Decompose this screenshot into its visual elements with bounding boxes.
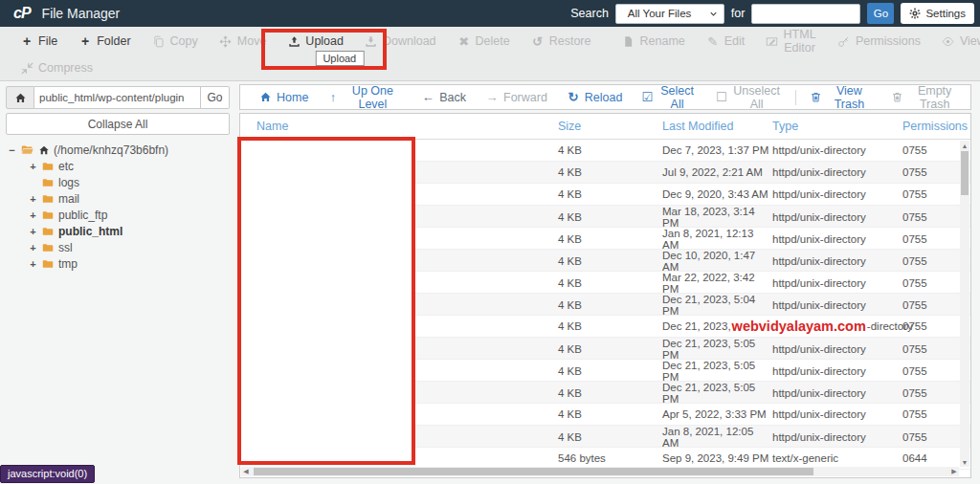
nav-item-label: Back (439, 91, 466, 104)
nav-item-back[interactable]: ←Back (412, 91, 476, 104)
tree-item-public_html[interactable]: +public_html (8, 223, 168, 239)
toolbar-item-download: Download (354, 34, 447, 48)
search-go-button[interactable]: Go (867, 3, 894, 24)
permissions-cell: 0755 (902, 365, 959, 377)
permissions-cell: 0644 (902, 452, 959, 464)
nav-item-home[interactable]: Home (249, 91, 318, 104)
size-cell: 4 KB (558, 166, 662, 178)
permissions-cell: 0755 (902, 299, 959, 311)
tree-item-etc[interactable]: +etc (8, 158, 168, 174)
scroll-up-icon[interactable]: ▲ (960, 141, 969, 150)
trash-icon (891, 91, 903, 103)
size-cell: 4 KB (558, 188, 662, 200)
tree-collapse-toggle[interactable]: − (8, 144, 16, 156)
type-cell: httpd/unix-directory (772, 211, 902, 223)
tree-root[interactable]: − (/home/knhzq73b6bfn) (8, 142, 168, 158)
size-cell: 4 KB (558, 277, 662, 289)
size-cell: 4 KB (558, 211, 662, 223)
tree-item-mail[interactable]: +mail (8, 190, 168, 207)
nav-item-forward: →Forward (476, 91, 557, 104)
permissions-cell: 0755 (902, 255, 959, 267)
tree-root-label: (/home/knhzq73b6bfn) (54, 143, 168, 157)
type-cell: httpd/unix-directory (772, 233, 902, 245)
scroll-left-icon[interactable]: ◀ (241, 467, 251, 476)
nav-item-label: Empty Trash (908, 84, 961, 111)
vertical-scroll-thumb[interactable] (961, 151, 969, 195)
last-modified-cell: Dec 10, 2020, 1:47 AM (662, 250, 772, 273)
nav-item-select-all[interactable]: ☑Select All (632, 84, 705, 111)
size-cell: 4 KB (558, 365, 662, 377)
toolbar-item-label: Folder (97, 34, 130, 48)
path-go-button[interactable]: Go (201, 86, 230, 109)
size-cell: 4 KB (558, 255, 662, 267)
settings-button[interactable]: Settings (901, 3, 974, 24)
tree-item-public_ftp[interactable]: +public_ftp (8, 207, 168, 223)
toolbar-item-label: Edit (724, 34, 746, 48)
tree-expand-toggle[interactable]: + (29, 209, 37, 221)
tree-expand-toggle[interactable]: + (29, 226, 37, 237)
type-cell: httpd/unix-directory (772, 431, 902, 443)
tree-expand-toggle[interactable]: + (29, 193, 37, 205)
toolbar-item-folder[interactable]: +Folder (68, 34, 141, 48)
last-modified-cell: Dec 21, 2023, 5:04 PM (662, 294, 772, 317)
path-home-button[interactable] (6, 86, 34, 109)
horizontal-scroll-thumb[interactable] (254, 468, 813, 475)
toolbar-item-label: Delete (476, 34, 510, 48)
toolbar-item-label: Compress (38, 61, 93, 75)
type-cell: httpd/unix-directory (772, 166, 902, 178)
tree-expand-toggle[interactable]: + (29, 242, 37, 253)
tree-expand-toggle[interactable]: + (29, 161, 37, 172)
nav-item-reload[interactable]: ↻Reload (557, 91, 633, 104)
left-arrow-icon: ← (421, 91, 434, 103)
path-input[interactable] (34, 86, 201, 109)
size-cell: 546 bytes (558, 452, 662, 464)
search-input[interactable] (751, 4, 860, 24)
tree-item-logs[interactable]: logs (8, 174, 168, 190)
directory-tree: − (/home/knhzq73b6bfn) +etclogs+mail+pub… (8, 142, 168, 272)
toolbar-item-html-editor: HTML Editor (755, 28, 827, 55)
permissions-cell: 0755 (902, 211, 959, 223)
nav-item-label: View Trash (827, 84, 873, 111)
nav-item-empty-trash: Empty Trash (881, 84, 970, 111)
column-header-permissions[interactable]: Permissions (902, 120, 968, 133)
type-cell: httpd/unix-directory (772, 277, 902, 289)
toolbar-row-1: +File+FolderCopyMoveUploadDownload✖Delet… (0, 27, 980, 55)
toolbar-item-file[interactable]: +File (10, 34, 68, 48)
permissions-cell: 0755 (902, 144, 959, 156)
toolbar-item-rename: Rename (612, 34, 696, 48)
column-header-name[interactable]: Name (256, 120, 558, 133)
scroll-right-icon[interactable]: ▶ (949, 467, 959, 476)
toolbar-item-label: HTML Editor (783, 28, 816, 55)
home-icon (38, 144, 50, 156)
nav-item-up-one-level[interactable]: ↑Up One Level (318, 84, 412, 111)
toolbar-item-label: View (960, 34, 980, 48)
folder-icon (41, 258, 55, 270)
nav-item-view-trash[interactable]: View Trash (800, 84, 882, 111)
toolbar-item-label: Move (237, 34, 267, 48)
scroll-down-icon[interactable]: ▼ (960, 457, 969, 467)
size-cell: 4 KB (558, 343, 662, 355)
vertical-scrollbar[interactable]: ▲ ▼ (960, 141, 969, 467)
toolbar-item-upload[interactable]: Upload (277, 34, 354, 48)
app-header: cP File Manager Search All Your Files fo… (0, 0, 980, 27)
size-cell: 4 KB (558, 233, 662, 245)
search-scope-select[interactable]: All Your Files (615, 4, 724, 24)
permissions-cell: 0755 (902, 277, 959, 289)
tree-item-tmp[interactable]: +tmp (8, 255, 168, 272)
tree-item-ssl[interactable]: +ssl (8, 239, 168, 255)
cpanel-logo: cP (13, 5, 31, 22)
type-cell: httpd/unix-directory (772, 255, 902, 267)
search-scope-value: All Your Files (628, 8, 691, 19)
column-header-type[interactable]: Type (772, 120, 902, 133)
collapse-all-button[interactable]: Collapse All (6, 113, 230, 135)
horizontal-scrollbar[interactable]: ◀ ▶ (241, 467, 959, 476)
last-modified-cell: Dec 21, 2023, 5:05 PM (662, 360, 772, 383)
toolbar-item-view: View (931, 34, 980, 48)
column-header-size[interactable]: Size (558, 120, 662, 133)
settings-label: Settings (925, 8, 966, 19)
column-header-last-modified[interactable]: Last Modified (662, 120, 772, 133)
type-cell: httpd/unix-directory (772, 408, 902, 420)
tree-expand-toggle[interactable]: + (29, 258, 37, 270)
type-cell: httpd/unix-directory (772, 188, 902, 200)
navbar-separator (795, 90, 796, 105)
